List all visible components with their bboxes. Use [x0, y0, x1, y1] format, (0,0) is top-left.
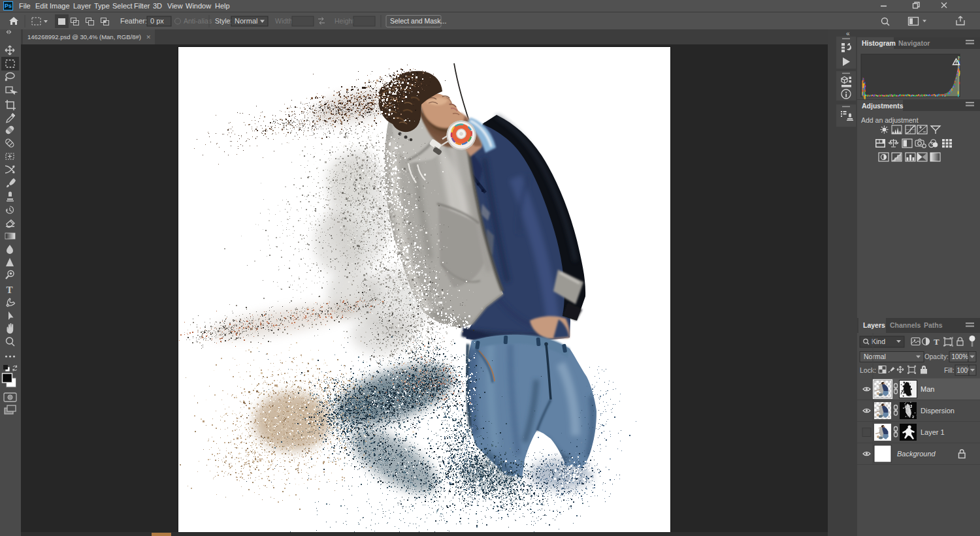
svg-text:Layer 1: Layer 1	[921, 428, 945, 436]
svg-text:T: T	[7, 285, 13, 295]
svg-text:Man: Man	[921, 385, 934, 393]
svg-text:Anti-alias: Anti-alias	[184, 17, 212, 25]
svg-text:Kind: Kind	[872, 338, 885, 345]
svg-text:Paths: Paths	[924, 321, 943, 329]
svg-text:T: T	[934, 337, 939, 347]
svg-text:Width:: Width:	[275, 17, 295, 25]
svg-text:100%: 100%	[952, 353, 969, 360]
svg-text:Feather:: Feather:	[120, 17, 147, 25]
svg-text:Height:: Height:	[335, 17, 356, 25]
svg-text:Normal: Normal	[235, 17, 257, 25]
svg-text:Style:: Style:	[215, 17, 232, 25]
svg-text:Add an adjustment: Add an adjustment	[861, 116, 919, 124]
svg-text:Background: Background	[897, 450, 936, 458]
svg-text:Dispersion: Dispersion	[921, 407, 955, 415]
svg-text:Fill:: Fill:	[944, 367, 955, 374]
svg-text:Channels: Channels	[890, 321, 921, 329]
svg-text:Lock:: Lock:	[860, 366, 876, 374]
svg-text:Layers: Layers	[863, 321, 885, 329]
svg-text:Select and Mask...: Select and Mask...	[390, 17, 446, 25]
svg-text:Histogram: Histogram	[862, 39, 896, 47]
svg-text:Adjustments: Adjustments	[862, 102, 904, 110]
svg-text:0 px: 0 px	[150, 17, 164, 25]
svg-text:Navigator: Navigator	[898, 39, 930, 47]
svg-text:Normal: Normal	[864, 353, 886, 360]
svg-text:Opacity:: Opacity:	[924, 353, 949, 360]
